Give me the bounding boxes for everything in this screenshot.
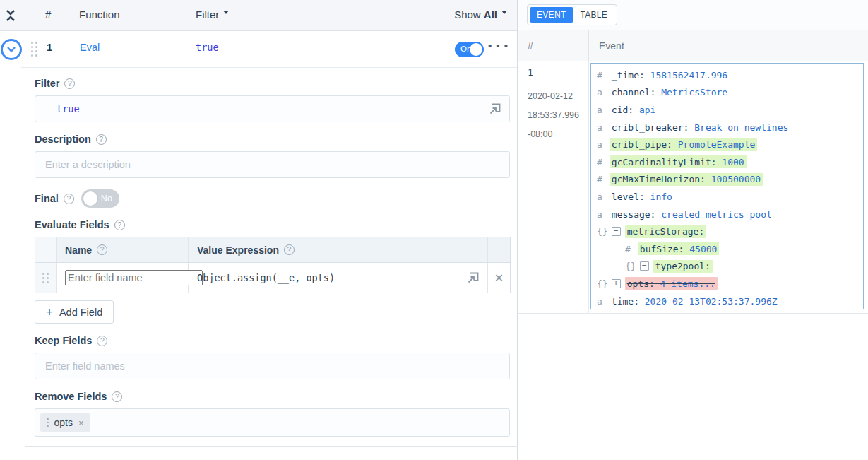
event-field-line: #gcCardinalityLimit: 1000 [597,153,857,171]
functions-list-header: # Function Filter Show All [0,0,517,31]
number-type-icon: # [597,157,602,167]
string-type-icon: a [597,139,602,150]
value-expression-cell[interactable]: Object.assign(__e, opts) [189,263,488,293]
function-name-link[interactable]: Eval [80,42,100,53]
string-type-icon: a [597,191,602,202]
description-input[interactable] [44,158,501,171]
description-input-wrap [35,151,510,178]
function-filter-value: true [196,42,219,53]
function-enabled-toggle[interactable]: On [455,42,484,57]
object-type-icon: {} [597,226,608,237]
final-toggle[interactable]: No [81,189,119,208]
event-field-line: {}−metricStorage: [597,223,857,240]
popout-icon [465,270,481,285]
event-field-line: {}+opts: 4 items... [597,275,857,293]
evaluate-fields-header: Name ? Value Expression ? [35,237,510,263]
filter-label: Filter ? [35,78,510,89]
column-number: # [45,8,51,20]
event-field-gcMaxTimeHorizon: gcMaxTimeHorizon: 100500000 [610,173,763,186]
event-field-gcCardinalityLimit: gcCardinalityLimit: 1000 [610,155,747,168]
preview-mode-tabs: EVENT TABLE [518,0,868,30]
expand-expression-button[interactable] [465,270,481,285]
chevron-down-icon [223,11,229,17]
function-settings-form: Filter ? true Description ? [25,68,518,447]
event-field-level: level: info [610,190,674,203]
number-type-icon: # [625,244,631,254]
event-field-bufSize: bufSize: 45000 [638,242,720,255]
event-index-cell: 1 2020-02-12 18:53:37.996 -08:00 [518,61,589,313]
event-field-metricStorage: metricStorage: [625,225,707,238]
popout-icon [487,101,503,117]
event-field-cribl_breaker: cribl_breaker: Break on newlines [610,121,790,134]
collapse-all-button[interactable] [0,0,21,31]
event-field-line: acribl_breaker: Break on newlines [597,119,857,136]
event-row: 1 2020-02-12 18:53:37.996 -08:00 #_time:… [518,61,868,314]
help-icon[interactable]: ? [114,220,125,230]
string-type-icon: a [597,209,602,220]
event-field-time: time: 2020-02-13T02:53:37.996Z [610,295,780,307]
pipeline-functions-panel: # Function Filter Show All 1 Eval true O… [0,0,518,460]
remove-row-button[interactable]: ✕ [488,263,510,293]
event-field-line: #gcMaxTimeHorizon: 100500000 [597,171,857,189]
keep-fields-input[interactable] [44,360,501,372]
expand-expression-button[interactable] [487,101,503,117]
string-type-icon: a [597,296,602,307]
remove-fields-input[interactable]: opts × [35,408,510,437]
function-row[interactable]: 1 Eval true On • • • [21,31,517,68]
show-filter-dropdown[interactable]: Show All [454,8,507,20]
function-collapse-button[interactable] [1,39,22,60]
drag-handle-icon[interactable] [47,418,49,427]
help-icon[interactable]: ? [284,244,295,255]
keep-fields-input-wrap [35,353,510,379]
event-table-segmented-control: EVENT TABLE [527,4,617,25]
name-column-header: Name ? [57,237,189,262]
event-field-type2pool: type2pool: [653,260,713,273]
tab-table[interactable]: TABLE [573,7,615,23]
column-event: Event [589,30,624,61]
evaluate-fields-table: Name ? Value Expression ? [35,237,511,293]
collapse-all-icon [6,8,16,23]
toggle-knob [470,43,482,56]
chevron-down-icon [501,11,507,17]
filter-expression-input[interactable]: true [35,95,510,122]
object-type-icon: {} [597,278,608,289]
event-field-line: alevel: info [597,188,857,206]
event-field-cribl_pipe: cribl_pipe: PromoteExample [610,138,758,151]
final-label: Final ? [35,193,74,204]
add-field-button[interactable]: + Add Field [35,300,114,324]
remove-fields-label: Remove Fields ? [35,391,510,402]
field-name-input[interactable] [65,270,203,285]
remove-tag-icon[interactable]: × [78,418,84,428]
tab-event[interactable]: EVENT [530,7,573,23]
drag-handle-icon[interactable] [31,42,37,57]
event-field-line: #bufSize: 45000 [597,240,857,258]
event-field-line: {}−type2pool: [597,258,857,276]
help-icon[interactable]: ? [64,194,74,204]
keep-fields-label: Keep Fields ? [35,335,510,346]
event-json-viewer[interactable]: #_time: 1581562417.996achannel: MetricsS… [590,63,864,309]
pipeline-editor-app: # Function Filter Show All 1 Eval true O… [0,0,868,460]
drag-handle-icon[interactable] [35,263,57,293]
chevron-down-icon [6,46,16,53]
event-field-opts: opts: 4 items... [625,277,718,290]
help-icon[interactable]: ? [97,244,107,255]
help-icon[interactable]: ? [96,134,107,145]
string-type-icon: a [597,105,602,115]
help-icon[interactable]: ? [112,391,122,402]
help-icon[interactable]: ? [97,336,107,346]
expand-node-icon[interactable]: + [612,279,621,288]
evaluate-field-row: Object.assign(__e, opts) ✕ [35,263,510,293]
more-options-icon[interactable]: • • • [488,40,509,52]
field-tag[interactable]: opts × [40,413,90,432]
column-filter-dropdown[interactable]: Filter [196,8,229,20]
number-type-icon: # [597,174,602,184]
collapse-node-icon[interactable]: − [612,227,621,236]
column-function: Function [79,8,120,20]
description-label: Description ? [35,134,510,145]
string-type-icon: a [597,87,602,98]
event-field-line: amessage: created metrics pool [597,206,857,223]
object-type-icon: {} [625,261,636,271]
collapse-node-icon[interactable]: − [640,261,649,271]
plus-icon: + [46,305,53,319]
help-icon[interactable]: ? [64,78,75,89]
